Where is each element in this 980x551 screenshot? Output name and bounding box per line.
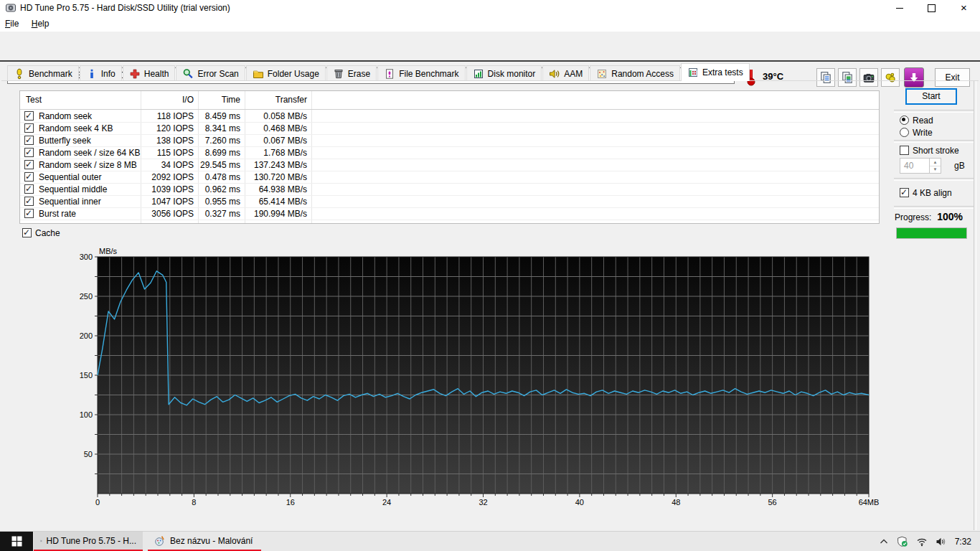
short-stroke-checkbox[interactable] xyxy=(900,146,909,155)
table-row[interactable]: Random seek 4 KB120 IOPS8.341 ms0.468 MB… xyxy=(20,123,879,135)
table-row[interactable]: Burst rate3056 IOPS0.327 ms190.994 MB/s xyxy=(20,208,879,220)
row-checkbox[interactable] xyxy=(24,136,34,145)
save-results-button[interactable] xyxy=(904,67,924,88)
svg-text:100: 100 xyxy=(80,410,93,419)
cache-row[interactable]: Cache xyxy=(22,227,60,238)
tab-benchmark[interactable]: Benchmark xyxy=(7,65,79,81)
menu-file[interactable]: File xyxy=(0,16,24,32)
transfer-value: 65.414 MB/s xyxy=(245,197,307,207)
write-radio-row[interactable]: Write xyxy=(900,127,933,138)
screenshot-button[interactable] xyxy=(859,68,878,87)
taskbar-hdtune-button[interactable]: HD Tune Pro 5.75 - H... xyxy=(34,532,143,551)
time-value: 0.478 ms xyxy=(198,172,240,183)
camera-icon xyxy=(862,71,875,84)
svg-text:50: 50 xyxy=(84,450,93,458)
security-shield-icon[interactable] xyxy=(897,536,908,547)
table-row[interactable]: Butterfly seek138 IOPS7.260 ms0.067 MB/s xyxy=(20,135,879,147)
separator xyxy=(894,178,974,181)
table-row[interactable]: Sequential middle1039 IOPS0.962 ms64.938… xyxy=(20,184,879,196)
io-value: 120 IOPS xyxy=(141,123,194,134)
test-name: Random seek xyxy=(39,111,92,122)
extra-tests-icon xyxy=(687,67,699,78)
tab-random-access[interactable]: Random Access xyxy=(590,65,680,81)
svg-text:200: 200 xyxy=(80,331,93,340)
io-value: 115 IOPS xyxy=(141,148,194,159)
row-checkbox[interactable] xyxy=(24,209,34,218)
table-row[interactable]: Sequential inner1047 IOPS0.955 ms65.414 … xyxy=(20,196,879,208)
svg-text:300: 300 xyxy=(80,253,93,261)
start-menu-button[interactable] xyxy=(0,532,33,551)
maximize-button[interactable] xyxy=(915,0,948,16)
kb-align-checkbox[interactable] xyxy=(900,188,909,197)
io-value: 2092 IOPS xyxy=(141,172,194,183)
table-row[interactable]: Random seek / size 64 KB115 IOPS8.699 ms… xyxy=(20,147,879,159)
tab-disk-monitor[interactable]: Disk monitor xyxy=(466,65,542,81)
tab-file-benchmark[interactable]: File Benchmark xyxy=(377,65,465,81)
row-checkbox[interactable] xyxy=(24,148,34,157)
row-checkbox[interactable] xyxy=(24,160,34,169)
transfer-value: 64.938 MB/s xyxy=(245,184,307,195)
stroke-size-spinner[interactable]: 40 ▲ ▼ xyxy=(900,158,941,174)
write-radio[interactable] xyxy=(900,128,909,137)
transfer-value: 0.067 MB/s xyxy=(245,136,307,146)
svg-text:150: 150 xyxy=(80,371,93,380)
start-button[interactable]: Start xyxy=(905,88,957,105)
tab-folder-usage[interactable]: Folder Usage xyxy=(246,65,326,81)
disk-monitor-icon xyxy=(473,68,484,80)
tray-chevron-up-icon[interactable] xyxy=(879,537,889,546)
copy-image-button[interactable] xyxy=(838,68,857,87)
tab-error-scan[interactable]: Error Scan xyxy=(176,65,245,81)
row-checkbox[interactable] xyxy=(24,123,34,133)
speaker-icon[interactable] xyxy=(936,537,947,547)
taskbar-paint-button[interactable]: Bez názvu - Malování xyxy=(148,532,261,551)
menu-help[interactable]: Help xyxy=(27,16,55,32)
svg-text:MB/s: MB/s xyxy=(99,247,118,255)
taskbar-clock[interactable]: 7:32 xyxy=(955,537,971,547)
svg-text:48: 48 xyxy=(672,498,680,507)
right-edge-separator xyxy=(974,81,976,530)
table-row[interactable]: Sequential outer2092 IOPS0.478 ms130.720… xyxy=(20,171,879,184)
spinner-down-icon[interactable]: ▼ xyxy=(930,166,941,173)
minimize-button[interactable] xyxy=(883,0,915,16)
tab-health[interactable]: Health xyxy=(123,65,176,81)
svg-text:56: 56 xyxy=(768,498,777,507)
col-test[interactable]: Test xyxy=(26,95,42,105)
transfer-value: 190.994 MB/s xyxy=(245,209,307,220)
hands-button[interactable] xyxy=(881,68,900,87)
table-row[interactable]: Random seek118 IOPS8.459 ms0.058 MB/s xyxy=(20,110,879,123)
kb-align-row[interactable]: 4 KB align xyxy=(900,187,952,198)
close-button[interactable]: × xyxy=(948,0,980,16)
tab-content-border xyxy=(1,80,979,81)
time-value: 8.341 ms xyxy=(198,123,240,134)
info-icon xyxy=(86,68,98,80)
transfer-value: 130.720 MB/s xyxy=(245,172,307,183)
tab-info[interactable]: Info xyxy=(80,65,122,81)
short-stroke-row[interactable]: Short stroke xyxy=(900,145,959,156)
table-row[interactable]: Random seek / size 8 MB34 IOPS29.545 ms1… xyxy=(20,159,879,171)
io-value: 118 IOPS xyxy=(141,111,194,122)
system-tray: 7:32 xyxy=(879,532,980,551)
title-bar: HD Tune Pro 5.75 - Hard Disk/SSD Utility… xyxy=(0,0,980,16)
time-value: 0.962 ms xyxy=(198,184,240,195)
exit-button[interactable]: Exit xyxy=(935,68,970,87)
read-radio[interactable] xyxy=(900,116,909,125)
tab-erase[interactable]: Erase xyxy=(326,65,377,81)
copy-text-button[interactable] xyxy=(816,68,835,87)
row-checkbox[interactable] xyxy=(24,111,34,121)
separator xyxy=(894,206,974,209)
time-value: 8.699 ms xyxy=(198,148,240,159)
svg-text:16: 16 xyxy=(286,498,295,507)
row-checkbox[interactable] xyxy=(24,172,34,182)
cache-checkbox[interactable] xyxy=(22,228,32,237)
row-checkbox[interactable] xyxy=(24,197,34,206)
tab-aam[interactable]: AAM xyxy=(542,65,589,81)
time-value: 29.545 ms xyxy=(198,160,240,171)
read-radio-row[interactable]: Read xyxy=(900,115,933,126)
wifi-icon[interactable] xyxy=(916,537,928,547)
svg-text:250: 250 xyxy=(80,292,93,301)
col-io[interactable]: I/O xyxy=(141,95,194,105)
col-transfer[interactable]: Transfer xyxy=(245,95,307,105)
tab-extra-tests[interactable]: Extra tests xyxy=(681,63,750,81)
col-time[interactable]: Time xyxy=(198,95,240,105)
row-checkbox[interactable] xyxy=(24,184,34,194)
